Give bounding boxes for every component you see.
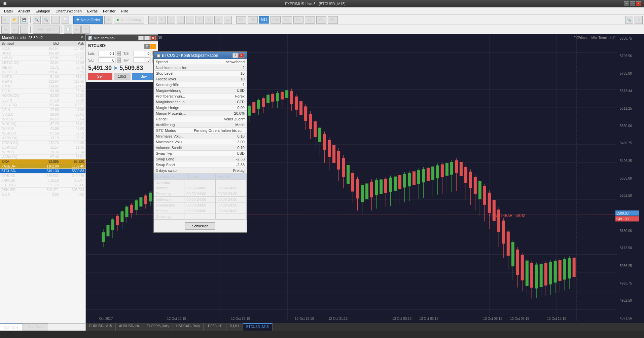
chart-tab-dj[interactable]: DJ,H1: [226, 323, 243, 331]
market-row[interactable]: .REGN.OQ 442.73 442.96: [0, 141, 85, 145]
mini-terminal-close[interactable]: ✕: [150, 36, 156, 40]
tf-w1[interactable]: W1: [316, 16, 326, 24]
hline-tool[interactable]: —: [177, 16, 185, 24]
menu-ansicht[interactable]: Ansicht: [15, 8, 33, 14]
toolbar-expert-btn[interactable]: ⚙: [104, 16, 112, 24]
autotrading-button[interactable]: ▶ AutoTrading: [114, 16, 144, 24]
chart-tab-audusd[interactable]: AUDUSD-,H4: [116, 323, 143, 331]
tf-d1[interactable]: D1: [305, 16, 315, 24]
chart-tab-eurjpy[interactable]: EURJPY-,Daily: [143, 323, 173, 331]
market-row[interactable]: .AABA.OQ 67.48 67.51: [0, 155, 85, 159]
market-row[interactable]: BTCUSD- 5491.30 5509.83: [0, 169, 85, 174]
mt-sl-up[interactable]: ▲: [117, 58, 121, 60]
menu-datei[interactable]: Datei: [1, 8, 15, 14]
toolbar2-btn2[interactable]: ▶: [11, 26, 19, 34]
buy-button[interactable]: Buy: [132, 73, 156, 80]
mt-sl-down[interactable]: ▼: [117, 60, 121, 63]
menu-einfuegen[interactable]: Einfügen: [33, 8, 53, 14]
market-row[interactable]: .AKRX.OQ 33.19 33.20: [0, 136, 85, 141]
tab-symbole[interactable]: Symbole: [0, 324, 23, 331]
text-tool[interactable]: T: [195, 16, 204, 24]
toolbar-scroll[interactable]: ↔: [51, 16, 60, 24]
dialog-close-btn[interactable]: ✕: [239, 53, 244, 58]
triangle-tool[interactable]: ▲: [214, 16, 222, 24]
market-row[interactable]: XRPUSD- 0.2516 0.2597: [0, 178, 85, 183]
tf-h4[interactable]: H4: [293, 16, 303, 24]
tf-m15[interactable]: M15: [259, 16, 269, 24]
toolbar-new-btn[interactable]: ▶: [1, 16, 9, 24]
market-row[interactable]: .NKE.N 51.00 51.01: [0, 75, 85, 79]
sell-button[interactable]: Sell: [88, 73, 112, 80]
toolbar-zoom-in[interactable]: 🔍: [33, 16, 41, 24]
market-row[interactable]: .WMT.N 86.63 86.64: [0, 117, 85, 122]
market-row[interactable]: ETHUSD- 335.633 340.446: [0, 174, 85, 178]
market-row[interactable]: XAUEUR- 1102.00 1102.40: [0, 164, 85, 169]
mt-tp-input[interactable]: [134, 58, 150, 63]
market-row[interactable]: .LBTYA.OQ 32.04 32.06: [0, 61, 85, 65]
toolbar-chart[interactable]: 📊: [61, 16, 69, 24]
toolbar-zoom-out[interactable]: 🔍: [42, 16, 50, 24]
mt-lots-up[interactable]: ▲: [117, 51, 121, 53]
menu-chartfunktionen[interactable]: Chartfunktionen: [53, 8, 84, 14]
toolbar2-more[interactable]: ⚙: [81, 26, 90, 34]
dialog-close-button[interactable]: Schließen: [185, 222, 216, 230]
market-row[interactable]: .JNJ.N 136.49 136.53: [0, 51, 85, 56]
market-row[interactable]: .VIAB.O 26.00 26.01: [0, 112, 85, 117]
chart-tab-btcusd[interactable]: BTCUSD-,M15: [243, 323, 273, 331]
market-row[interactable]: .VZ.N 47.89 47.90: [0, 108, 85, 112]
tf-h1[interactable]: H1: [282, 16, 292, 24]
toolbar2-btn3[interactable]: ⟳: [20, 26, 28, 34]
menu-extras[interactable]: Extras: [84, 8, 100, 14]
chart-tab-usdcad[interactable]: USDCAD-,Daily: [173, 323, 204, 331]
menu-hilfe[interactable]: Hilfe: [118, 8, 131, 14]
market-row[interactable]: .PM.N 114.02 114.02: [0, 84, 85, 89]
market-row[interactable]: .SLB.N 67.18 67.19: [0, 98, 85, 103]
market-row[interactable]: .PG.N 93.08 93.10: [0, 89, 85, 93]
close-button[interactable]: ✕: [636, 1, 641, 6]
market-row[interactable]: DSHUSD- 300.271 308.293: [0, 188, 85, 192]
search-btn[interactable]: 🔍: [625, 16, 633, 24]
settings-btn[interactable]: ⚙: [635, 16, 643, 24]
market-row[interactable]: .WPM.N 20.33 20.34: [0, 150, 85, 155]
market-row[interactable]: .BBRY.OQ 11.57 11.58: [0, 145, 85, 150]
market-row[interactable]: .TSLA.OQ 355.44 355.57: [0, 103, 85, 108]
mini-terminal-minimize[interactable]: ─: [138, 36, 144, 40]
mt-settings-plus[interactable]: +: [150, 44, 156, 49]
dialog-help[interactable]: ?: [232, 53, 238, 58]
market-row[interactable]: .HD.N 164.54 164.60: [0, 46, 85, 51]
cursor-tool[interactable]: ↖: [148, 16, 156, 24]
mt-settings-gear[interactable]: ⚙: [144, 44, 150, 49]
market-row[interactable]: .DXA- 92.895 92.920: [0, 159, 85, 164]
mt-lots-input[interactable]: [99, 51, 115, 56]
rect-tool[interactable]: ▬: [224, 16, 232, 24]
tf-m30[interactable]: M30: [271, 16, 281, 24]
market-row[interactable]: .BB.N 0.00 0.00: [0, 192, 85, 197]
market-row[interactable]: .NFLX.OQ 199.47 199.50: [0, 70, 85, 75]
line-tool[interactable]: ╱: [167, 16, 175, 24]
crosshair-tool[interactable]: ✚: [158, 16, 166, 24]
market-row[interactable]: .PEP.N 112.64 112.65: [0, 79, 85, 84]
tf-m1[interactable]: M1: [236, 16, 246, 24]
chart-tab-de30[interactable]: .DE30-,H1: [204, 323, 226, 331]
toolbar-save-btn[interactable]: 💾: [20, 16, 28, 24]
market-row[interactable]: .MET.N 52.71 52.72: [0, 65, 85, 70]
tab-tick-chart[interactable]: Tick Chart: [23, 324, 48, 331]
tf-mn[interactable]: MN: [328, 16, 338, 24]
chart-tab-eurusd[interactable]: EURUSD-,M15: [86, 323, 116, 331]
tf-m5[interactable]: M5: [248, 16, 258, 24]
mt-ts-input[interactable]: [134, 51, 150, 56]
mt-lots-down[interactable]: ▼: [117, 53, 121, 56]
toolbar2-btn1[interactable]: ◀: [1, 26, 9, 34]
market-row[interactable]: .QCOM.OQ 52.80 52.82: [0, 93, 85, 98]
market-row[interactable]: .WDC.OQ 87.79 87.81: [0, 122, 85, 126]
new-order-button[interactable]: ✚ Neue Order: [73, 16, 103, 24]
market-row[interactable]: LTCUSD- 57.172 58.200: [0, 183, 85, 188]
market-row[interactable]: .LVS.N 62.02 62.03: [0, 56, 85, 61]
circle-tool[interactable]: ●: [205, 16, 213, 24]
toolbar2-play[interactable]: ▶: [73, 26, 81, 34]
minimize-button[interactable]: ─: [624, 1, 629, 6]
mt-sl-input[interactable]: [99, 58, 115, 63]
market-watch-close[interactable]: ✕: [80, 35, 83, 40]
vline-tool[interactable]: |: [186, 16, 194, 24]
market-row[interactable]: .WBA.OQ 67.59 67.59: [0, 131, 85, 136]
